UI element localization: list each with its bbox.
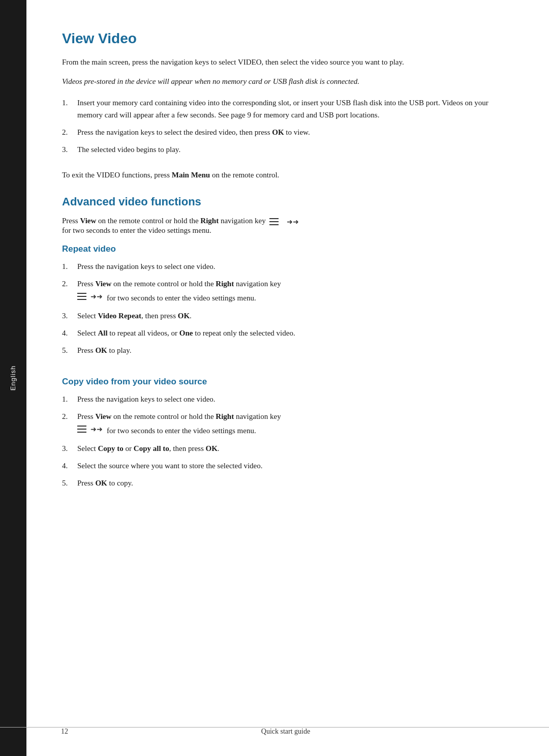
svg-rect-9 bbox=[77, 429, 86, 430]
list-item: 1. Press the navigation keys to select o… bbox=[62, 393, 503, 405]
arrow-icon-3: ➜➜ bbox=[90, 425, 104, 437]
svg-text:➜➜: ➜➜ bbox=[90, 425, 103, 433]
list-number: 4. bbox=[62, 327, 77, 339]
intro-paragraph: From the main screen, press the navigati… bbox=[62, 56, 503, 68]
subsection-title-copy: Copy video from your video source bbox=[62, 377, 503, 387]
svg-rect-0 bbox=[269, 218, 279, 219]
svg-rect-4 bbox=[77, 293, 86, 294]
list-item: 3. Select Copy to or Copy all to, then p… bbox=[62, 442, 503, 455]
list-item: 1. Press the navigation keys to select o… bbox=[62, 260, 503, 273]
page-container: English View Video From the main screen,… bbox=[0, 0, 549, 756]
page-title: View Video bbox=[62, 31, 503, 47]
copy-video-steps: 1. Press the navigation keys to select o… bbox=[62, 393, 503, 489]
two-seconds-text-2: for two seconds to enter the video setti… bbox=[107, 292, 256, 304]
list-text: Insert your memory card containing video… bbox=[77, 97, 503, 121]
sidebar: English bbox=[0, 0, 26, 756]
list-number: 4. bbox=[62, 460, 77, 472]
list-text: Select the source where you want to stor… bbox=[77, 460, 503, 472]
list-number: 5. bbox=[62, 477, 77, 489]
section-title-advanced: Advanced video functions bbox=[62, 195, 503, 208]
list-item: 3. The selected video begins to play. bbox=[62, 143, 503, 156]
subsection-title-repeat: Repeat video bbox=[62, 244, 503, 254]
svg-text:➜➜: ➜➜ bbox=[90, 292, 103, 300]
arrow-icon-2: ➜➜ bbox=[90, 292, 104, 304]
list-number: 2. bbox=[62, 410, 77, 437]
svg-rect-5 bbox=[77, 296, 86, 297]
svg-rect-6 bbox=[77, 299, 86, 300]
list-text: Select All to repeat all videos, or One … bbox=[77, 327, 503, 339]
list-text: Select Video Repeat, then press OK. bbox=[77, 310, 503, 322]
arrow-right-icon: ➜➜ bbox=[287, 218, 300, 226]
list-item: 5. Press OK to play. bbox=[62, 344, 503, 356]
repeat-video-steps: 1. Press the navigation keys to select o… bbox=[62, 260, 503, 356]
list-item: 2. Press View on the remote control or h… bbox=[62, 410, 503, 437]
list-item: 2. Press View on the remote control or h… bbox=[62, 278, 503, 305]
footer-center-text: Quick start guide bbox=[68, 728, 503, 736]
list-number: 3. bbox=[62, 310, 77, 322]
two-seconds-text-3: for two seconds to enter the video setti… bbox=[107, 425, 256, 437]
list-number: 1. bbox=[62, 97, 77, 121]
list-number: 5. bbox=[62, 344, 77, 356]
svg-rect-2 bbox=[269, 224, 279, 225]
nav-icon-3 bbox=[77, 425, 88, 437]
press-view-text: Press View on the remote control or hold… bbox=[62, 217, 302, 225]
repeat-video-section: Repeat video 1. Press the navigation key… bbox=[62, 244, 503, 365]
svg-rect-1 bbox=[269, 221, 279, 222]
list-number: 2. bbox=[62, 126, 77, 138]
svg-text:➜➜: ➜➜ bbox=[287, 218, 299, 226]
footer: 12 Quick start guide bbox=[0, 727, 549, 736]
exit-line: To exit the VIDEO functions, press Main … bbox=[62, 169, 503, 181]
list-text: Select Copy to or Copy all to, then pres… bbox=[77, 442, 503, 455]
list-text: Press the navigation keys to select one … bbox=[77, 260, 503, 273]
press-view-block: Press View on the remote control or hold… bbox=[62, 217, 503, 235]
content-area: View Video From the main screen, press t… bbox=[26, 0, 549, 756]
italic-note: Videos pre-stored in the device will app… bbox=[62, 75, 503, 87]
list-text: The selected video begins to play. bbox=[77, 143, 503, 156]
copy-video-section: Copy video from your video source 1. Pre… bbox=[62, 377, 503, 497]
list-number: 2. bbox=[62, 278, 77, 305]
list-number: 3. bbox=[62, 143, 77, 156]
list-number: 1. bbox=[62, 393, 77, 405]
list-text: Press View on the remote control or hold… bbox=[77, 410, 503, 437]
footer-page-number: 12 bbox=[61, 728, 68, 736]
nav-icon-2 bbox=[77, 292, 88, 305]
list-text: Press the navigation keys to select one … bbox=[77, 393, 503, 405]
list-text: Press View on the remote control or hold… bbox=[77, 278, 503, 305]
sidebar-language-label: English bbox=[9, 366, 17, 391]
list-item: 4. Select All to repeat all videos, or O… bbox=[62, 327, 503, 339]
list-text: Press the navigation keys to select the … bbox=[77, 126, 503, 138]
list-number: 3. bbox=[62, 442, 77, 455]
for-two-seconds-text: for two seconds to enter the video setti… bbox=[62, 226, 211, 234]
view-video-steps: 1. Insert your memory card containing vi… bbox=[62, 97, 503, 161]
svg-rect-8 bbox=[77, 426, 86, 427]
list-item: 5. Press OK to copy. bbox=[62, 477, 503, 489]
nav-icon bbox=[269, 217, 281, 226]
list-text: Press OK to play. bbox=[77, 344, 503, 356]
list-item: 2. Press the navigation keys to select t… bbox=[62, 126, 503, 138]
list-item: 3. Select Video Repeat, then press OK. bbox=[62, 310, 503, 322]
list-item: 4. Select the source where you want to s… bbox=[62, 460, 503, 472]
svg-rect-10 bbox=[77, 432, 86, 433]
list-item: 1. Insert your memory card containing vi… bbox=[62, 97, 503, 121]
list-number: 1. bbox=[62, 260, 77, 273]
list-text: Press OK to copy. bbox=[77, 477, 503, 489]
